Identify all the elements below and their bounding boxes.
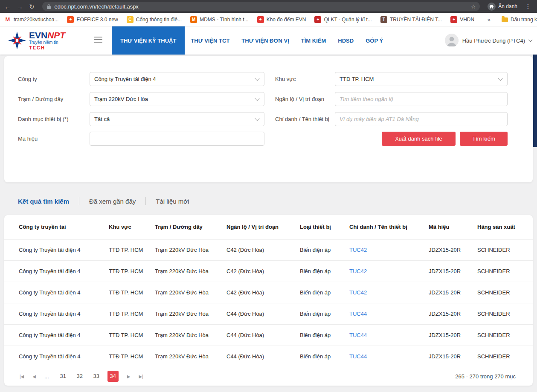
next-page-icon[interactable]: ▶: [127, 374, 131, 379]
cell-bay: C44 (Đức Hòa): [226, 324, 300, 346]
table-row: Công ty Truyền tải điện 4 TTĐ TP. HCM Tr…: [4, 260, 533, 282]
bookmarks-overflow-icon[interactable]: »: [483, 16, 495, 23]
evnnpt-logo[interactable]: EVNNPT Truyền niềm tin TECH: [8, 31, 65, 50]
folder-icon: [502, 17, 508, 22]
page-ellipsis[interactable]: ...: [44, 373, 49, 380]
col-header: Công ty truyền tải: [4, 215, 109, 239]
table-row: Công ty Truyền tải điện 4 TTĐ TP. HCM Tr…: [4, 303, 533, 324]
cell-station: Trạm 220kV Đức Hòa: [155, 239, 226, 260]
tab-divider: [145, 197, 146, 205]
tab-da-xem-gan-day[interactable]: Đã xem gần đây: [89, 198, 136, 205]
browser-menu-icon[interactable]: ⋮: [523, 3, 533, 10]
bookmark-item[interactable]: C Cổng thông tin điệ...: [127, 16, 182, 23]
chevron-down-icon: [528, 37, 533, 42]
code-label: Mã hiệu: [18, 132, 38, 146]
bookmark-item[interactable]: T TRUYỀN TẢI ĐIỆN T...: [380, 16, 442, 23]
user-menu[interactable]: Hầu Phước Dũng (PTC4): [445, 26, 532, 55]
bay-input[interactable]: [335, 92, 508, 106]
avatar: [445, 34, 459, 47]
device-link[interactable]: TUC42: [349, 239, 429, 260]
address-bar[interactable]: edoc.npt.com.vn/tech/default.aspx ☆: [42, 2, 480, 11]
bookmark-star-icon[interactable]: ☆: [471, 3, 476, 10]
device-link[interactable]: TUC44: [349, 346, 429, 367]
bookmark-item[interactable]: + QLKT - Quản lý kĩ t...: [314, 16, 372, 23]
nav-tab-thu-vien-tct[interactable]: THƯ VIỆN TCT: [185, 26, 235, 55]
category-select[interactable]: Tất cả: [90, 112, 264, 126]
bookmark-item[interactable]: + EOFFICE 3.0 new: [67, 16, 118, 23]
cell-manufacturer: SCHNEIDER: [477, 346, 533, 367]
cell-company: Công ty Truyền tải điện 4: [4, 346, 109, 367]
incognito-label: Ẩn danh: [498, 3, 517, 9]
nav-tab-gop-y[interactable]: GÓP Ý: [360, 26, 389, 55]
device-label: Chỉ danh / Tên thiết bị: [275, 112, 329, 126]
cell-device-type: Biến điện áp: [300, 303, 349, 324]
eoffice-icon: +: [67, 16, 74, 23]
gmail-icon: M: [4, 16, 11, 23]
nav-tab-thu-vien-don-vi[interactable]: THƯ VIỆN ĐƠN VỊ: [235, 26, 295, 55]
cell-manufacturer: SCHNEIDER: [477, 282, 533, 303]
col-header: Hãng sản xuất: [477, 215, 533, 239]
page-33[interactable]: 33: [91, 371, 102, 382]
pagination-summary: 265 - 270 trong 270 mục: [455, 373, 516, 380]
device-input[interactable]: [335, 112, 508, 126]
url-text: edoc.npt.com.vn/tech/default.aspx: [55, 3, 467, 10]
cell-region: TTĐ TP. HCM: [109, 346, 155, 367]
bookmark-label: QLKT - Quản lý kĩ t...: [324, 17, 372, 23]
tab-ket-qua-tim-kiem[interactable]: Kết quả tìm kiếm: [18, 198, 69, 205]
first-page-icon[interactable]: |◀: [20, 374, 24, 379]
cell-manufacturer: SCHNEIDER: [477, 239, 533, 260]
other-bookmarks-label: Dấu trang khác: [511, 17, 537, 23]
col-header: Ngăn lộ / Vị trí đoạn: [226, 215, 300, 239]
bookmark-item[interactable]: + VHDN: [450, 16, 474, 23]
right-edge-banner: [533, 55, 537, 147]
category-label: Danh mục thiết bị (*): [18, 112, 69, 126]
device-link[interactable]: TUC42: [349, 282, 429, 303]
bookmark-item[interactable]: + Kho đo đếm EVN: [257, 16, 306, 23]
nav-tab-tim-kiem[interactable]: TÌM KIẾM: [295, 26, 332, 55]
tab-tai-lieu-moi[interactable]: Tài liệu mới: [156, 198, 189, 205]
bay-label: Ngăn lộ / Vị trí đoạn: [275, 92, 324, 106]
cell-company: Công ty Truyền tải điện 4: [4, 282, 109, 303]
device-link[interactable]: TUC42: [349, 260, 429, 282]
logo-wordmark: EVNNPT: [29, 31, 65, 40]
cell-region: TTĐ TP. HCM: [109, 260, 155, 282]
page-34-active[interactable]: 34: [107, 371, 119, 382]
device-link[interactable]: TUC44: [349, 324, 429, 346]
result-tabs: Kết quả tìm kiếm Đã xem gần đây Tài liệu…: [18, 196, 189, 207]
bookmark-item[interactable]: M tram220kvduchoa...: [4, 16, 58, 23]
col-header: Mã hiệu: [429, 215, 477, 239]
export-file-list-button[interactable]: Xuất danh sách file: [382, 132, 456, 146]
forward-icon[interactable]: →: [17, 3, 23, 10]
page-32[interactable]: 32: [74, 371, 85, 382]
logo-tech: TECH: [29, 46, 65, 51]
nav-tab-hdsd[interactable]: HDSD: [332, 26, 360, 55]
region-select[interactable]: TTĐ TP. HCM: [335, 72, 508, 86]
other-bookmarks-button[interactable]: Dấu trang khác: [502, 17, 537, 23]
evn-icon: +: [257, 16, 264, 23]
cell-station: Trạm 220kV Đức Hòa: [155, 260, 226, 282]
cell-manufacturer: SCHNEIDER: [477, 303, 533, 324]
cell-station: Trạm 220kV Đức Hòa: [155, 324, 226, 346]
cell-company: Công ty Truyền tải điện 4: [4, 260, 109, 282]
ttd-icon: T: [380, 16, 387, 23]
device-link[interactable]: TUC44: [349, 303, 429, 324]
station-label: Trạm / Đường dây: [18, 92, 63, 106]
station-select[interactable]: Trạm 220kV Đức Hòa: [90, 92, 264, 106]
company-select[interactable]: Công ty Truyền tải điện 4: [90, 72, 264, 86]
last-page-icon[interactable]: ▶|: [139, 374, 143, 379]
search-button[interactable]: Tìm kiếm: [460, 132, 508, 146]
bookmark-item[interactable]: M MDMS - Tình hình t...: [190, 16, 248, 23]
bookmark-label: Cổng thông tin điệ...: [136, 17, 182, 23]
menu-toggle-icon[interactable]: [94, 37, 102, 44]
reload-icon[interactable]: ↻: [29, 3, 35, 10]
cell-code: JDZX15-20R: [429, 303, 477, 324]
prev-page-icon[interactable]: ◀: [32, 374, 36, 379]
bookmark-label: EOFFICE 3.0 new: [76, 17, 118, 23]
main-nav: THƯ VIỆN KỸ THUẬT THƯ VIỆN TCT THƯ VIỆN …: [112, 26, 389, 55]
table-row: Công ty Truyền tải điện 4 TTĐ TP. HCM Tr…: [4, 282, 533, 303]
col-header: Khu vực: [109, 215, 155, 239]
code-input[interactable]: [90, 132, 264, 146]
back-icon[interactable]: ←: [4, 3, 11, 10]
page-31[interactable]: 31: [58, 371, 69, 382]
nav-tab-thu-vien-ky-thuat[interactable]: THƯ VIỆN KỸ THUẬT: [112, 26, 185, 55]
